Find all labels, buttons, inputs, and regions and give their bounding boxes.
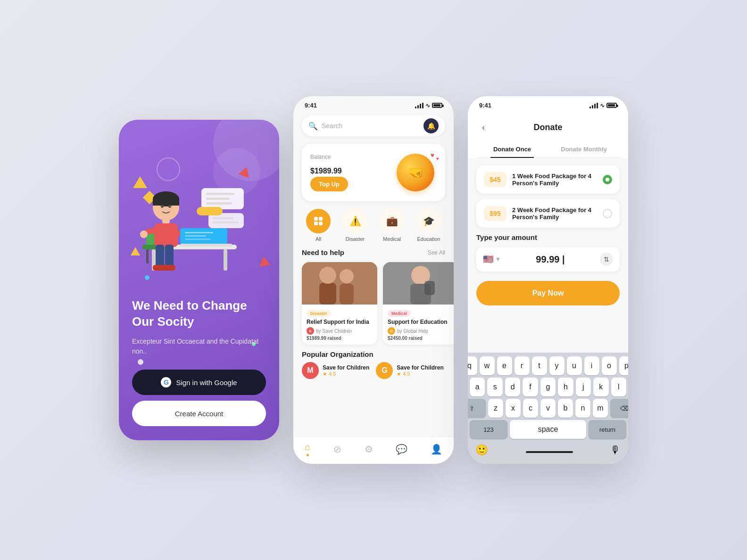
package-radio-1[interactable] <box>603 175 612 184</box>
tab-donate-monthly[interactable]: Donate Monthly <box>548 141 620 157</box>
swap-icon[interactable]: ⇅ <box>600 253 613 266</box>
key-l[interactable]: l <box>611 378 626 396</box>
key-a[interactable]: a <box>470 378 485 396</box>
key-u[interactable]: u <box>567 356 582 375</box>
numbers-key[interactable]: 123 <box>470 420 507 439</box>
nav-chat[interactable]: 💬 <box>396 444 407 455</box>
svg-rect-28 <box>206 193 234 195</box>
signal-bar-d2 <box>592 105 593 108</box>
key-m[interactable]: m <box>593 399 608 418</box>
key-g[interactable]: g <box>540 378 556 396</box>
svg-rect-12 <box>156 245 164 268</box>
key-v[interactable]: v <box>540 399 556 418</box>
campaign-card-2[interactable]: Medical Support for Education G by Globa… <box>383 262 454 345</box>
category-medical[interactable]: 💼 Medical <box>380 209 404 242</box>
svg-rect-37 <box>314 222 318 225</box>
key-w[interactable]: w <box>480 356 495 375</box>
key-p[interactable]: p <box>619 356 629 375</box>
org-avatar-2: G <box>376 362 393 379</box>
see-all-button[interactable]: See All <box>428 249 445 256</box>
package-card-1[interactable]: $45 1 Week Food Package for 4 Person's F… <box>476 165 620 194</box>
svg-rect-2 <box>224 249 227 271</box>
status-bar-home: 9:41 ∿ <box>293 96 454 112</box>
key-e[interactable]: e <box>497 356 512 375</box>
campaign-org-1: S by Save Children <box>307 327 373 335</box>
package-radio-2[interactable] <box>603 209 612 218</box>
space-key[interactable]: space <box>510 420 586 439</box>
google-icon: G <box>161 377 171 387</box>
notification-icon[interactable]: 🔔 <box>423 118 439 133</box>
key-o[interactable]: o <box>602 356 617 375</box>
key-k[interactable]: k <box>593 378 608 396</box>
tab-donate-once[interactable]: Donate Once <box>476 141 548 157</box>
create-account-button[interactable]: Create Account <box>132 401 266 426</box>
shift-key[interactable]: ⇧ <box>468 399 486 418</box>
key-n[interactable]: n <box>575 399 590 418</box>
currency-selector[interactable]: 🇺🇸 ▼ <box>483 254 501 264</box>
key-b[interactable]: b <box>558 399 573 418</box>
emoji-key[interactable]: 🙂 <box>475 444 488 456</box>
org-details-1: Save for Children ★ 4.5 <box>323 364 369 377</box>
category-education[interactable]: 🎓 Education <box>416 209 441 242</box>
mic-key[interactable]: 🎙 <box>610 444 621 456</box>
category-medical-label: Medical <box>383 236 401 242</box>
pay-now-button[interactable]: Pay Now <box>476 281 620 305</box>
campaign-name-2: Support for Education <box>388 319 454 325</box>
nav-bookmark[interactable]: ⊘ <box>333 444 341 455</box>
popular-title: Popular Organization <box>302 350 445 358</box>
phone1-signin: We Need to Change Our Socity Excepteur S… <box>119 120 279 440</box>
svg-rect-43 <box>340 284 354 305</box>
nav-profile[interactable]: 👤 <box>431 444 442 455</box>
key-j[interactable]: j <box>576 378 591 396</box>
key-y[interactable]: y <box>549 356 564 375</box>
campaign-card-1[interactable]: Disaster Relief Support for India S by S… <box>302 262 377 345</box>
donate-nav: ‹ Donate <box>476 116 620 141</box>
sign-in-google-label: Sign in with Google <box>176 379 237 387</box>
back-button[interactable]: ‹ <box>476 120 490 134</box>
org-name-1: Save for Children <box>323 364 369 371</box>
svg-rect-30 <box>206 202 232 205</box>
org-item-1[interactable]: M Save for Children ★ 4.5 <box>302 362 369 379</box>
topup-button[interactable]: Top Up <box>310 177 348 191</box>
key-h[interactable]: h <box>558 378 573 396</box>
sign-in-google-button[interactable]: G Sign in with Google <box>132 370 266 395</box>
amount-input[interactable]: 99.99 | <box>506 254 595 265</box>
svg-point-10 <box>140 231 148 238</box>
keyboard-row-1: q w e r t y u i o p <box>470 356 626 375</box>
return-key[interactable]: return <box>589 420 626 439</box>
package-card-2[interactable]: $95 2 Week Food Package for 4 Person's F… <box>476 199 620 228</box>
search-bar[interactable]: 🔍 Search 🔔 <box>302 115 445 136</box>
svg-rect-35 <box>314 217 318 221</box>
key-i[interactable]: i <box>584 356 599 375</box>
package-price-2: $95 <box>484 206 506 221</box>
org-rating-1: ★ 4.5 <box>323 371 369 377</box>
settings-icon: ⚙ <box>365 444 373 455</box>
key-f[interactable]: f <box>523 378 538 396</box>
svg-rect-15 <box>162 265 175 271</box>
category-disaster[interactable]: ⚠️ Disaster <box>343 209 367 242</box>
key-q[interactable]: q <box>468 356 477 375</box>
key-x[interactable]: x <box>506 399 521 418</box>
heart-decoration-2: ♥ <box>436 156 439 161</box>
key-d[interactable]: d <box>505 378 520 396</box>
org-item-2[interactable]: G Save for Children ★ 4.5 <box>376 362 443 379</box>
backspace-key[interactable]: ⌫ <box>610 399 628 418</box>
nav-settings[interactable]: ⚙ <box>365 444 373 455</box>
key-z[interactable]: z <box>488 399 503 418</box>
campaign-info-2: Medical Support for Education G by Globa… <box>383 305 454 345</box>
phone2-home: 9:41 ∿ 🔍 Search 🔔 Ba <box>293 96 454 464</box>
phone1-title: We Need to Change Our Socity <box>132 298 266 330</box>
svg-rect-34 <box>197 207 223 215</box>
svg-rect-26 <box>185 239 211 240</box>
key-r[interactable]: r <box>515 356 530 375</box>
key-t[interactable]: t <box>532 356 547 375</box>
key-s[interactable]: s <box>487 378 502 396</box>
category-disaster-label: Disaster <box>346 236 365 242</box>
coin-illustration: ♥ ♥ 🤜 <box>394 151 437 194</box>
nav-home[interactable]: ⌂ <box>305 442 310 456</box>
org-list: M Save for Children ★ 4.5 G Save for Chi… <box>302 362 445 379</box>
category-all[interactable]: All <box>306 209 331 242</box>
create-account-label: Create Account <box>175 410 224 418</box>
key-c[interactable]: c <box>523 399 538 418</box>
amount-input-row: 🇺🇸 ▼ 99.99 | ⇅ <box>476 247 620 272</box>
